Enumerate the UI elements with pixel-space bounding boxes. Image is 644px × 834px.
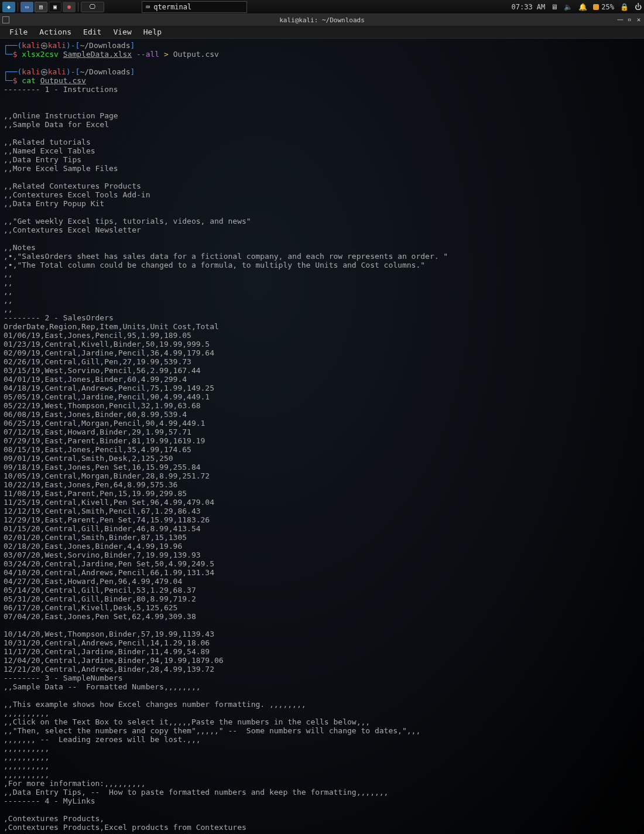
menubar: File Actions Edit View Help (0, 26, 644, 39)
terminal-output-line: 10/14/20,West,Thompson,Binder,57,19.99,1… (4, 630, 214, 638)
terminal-output-line: ,,,,,,,,,, (4, 753, 49, 761)
minimize-button[interactable]: 一 (617, 16, 623, 25)
terminal-small-icon: ⌨ (146, 3, 150, 11)
maximize-button[interactable]: ▫ (626, 16, 632, 25)
terminal-output-line: ,,Contextures Excel Tools Add-in (4, 190, 150, 199)
terminal-output-line: 04/27/20,East,Howard,Pen,96,4.99,479.04 (4, 577, 182, 586)
terminal-output-line: ,,Online Instruction Page (4, 111, 118, 120)
terminal-output-line: 06/17/20,Central,Kivell,Desk,5,125,625 (4, 603, 177, 612)
terminal-output-line: ,, (4, 278, 13, 287)
terminal-output-line: 06/25/19,Central,Morgan,Pencil,90,4.99,4… (4, 419, 205, 428)
terminal-output-line: 02/18/20,East,Jones,Binder,4,4.99,19.96 (4, 542, 182, 551)
terminal-output-line: ,,Sample Data for Excel (4, 120, 109, 129)
terminal-output-line: ,For more information:,,,,,,,,, (4, 779, 146, 788)
terminal-output-line: 10/31/20,Central,Andrews,Pencil,14,1.29,… (4, 638, 210, 647)
terminal-output-line: 02/26/19,Central,Gill,Pen,27,19.99,539.7… (4, 357, 191, 366)
terminal-output-line: 10/05/19,Central,Morgan,Binder,28,8.99,2… (4, 471, 210, 480)
notifications-icon[interactable]: 🔔 (578, 3, 587, 11)
terminal-output-line: ,,,,,,,,,, (4, 744, 49, 753)
terminal-output-line: 12/29/19,East,Parent,Pen Set,74,15.99,11… (4, 515, 210, 524)
terminal-output-line: 03/07/20,West,Sorvino,Binder,7,19.99,139… (4, 551, 201, 559)
volume-icon[interactable]: 🔈 (564, 3, 573, 11)
terminal-output-line: ,,Data Entry Popup Kit (4, 199, 104, 208)
terminal-output-line: 01/23/19,Central,Kivell,Binder,50,19.99,… (4, 340, 210, 348)
terminal-output-line: 09/01/19,Central,Smith,Desk,2,125,250 (4, 454, 173, 463)
terminal-output-line: 04/18/19,Central,Andrews,Pencil,75,1.99,… (4, 384, 214, 392)
clock[interactable]: 07:33 AM (512, 3, 546, 11)
terminal-output-line: ,•,"SalesOrders sheet has sales data for… (4, 252, 448, 261)
terminal-output-line: ,,Data Entry Tips, -- How to paste forma… (4, 788, 388, 797)
terminal-output-line: -------- 3 - SampleNumbers (4, 674, 123, 682)
terminal-output-line: 07/29/19,East,Parent,Binder,81,19.99,161… (4, 436, 205, 445)
terminal-output-line: ,,,,,,, -- Leading zeroes will be lost.,… (4, 735, 201, 744)
terminal-output-line: ,,More Excel Sample Files (4, 164, 118, 173)
menu-help[interactable]: Help (138, 26, 167, 37)
terminal-output-line: ,,,,,,,,,, (4, 709, 49, 717)
terminal-output-line: 01/15/20,Central,Gill,Binder,46,8.99,413… (4, 524, 201, 533)
terminal-output-line: ,Contextures Products,Excel products fro… (4, 823, 246, 832)
terminal-output-line: 05/22/19,West,Thompson,Pencil,32,1.99,63… (4, 401, 201, 410)
battery-indicator[interactable]: 25% (593, 3, 614, 11)
terminal-output-line: 07/04/20,East,Jones,Pen Set,62,4.99,309.… (4, 612, 196, 621)
menu-view[interactable]: View (107, 26, 137, 37)
taskbar-files-icon[interactable]: ▤ (35, 2, 47, 12)
terminal-output-line: ,,"Then, select the numbers and copy the… (4, 726, 420, 735)
taskbar-app-qterminal[interactable]: ⌨ qterminal (142, 1, 247, 13)
terminal-output-line: ,,Related Contextures Products (4, 182, 141, 190)
lock-icon[interactable]: 🔒 (620, 3, 629, 11)
terminal-output-line: 12/12/19,Central,Smith,Pencil,67,1.29,86… (4, 507, 201, 515)
terminal-output-line: ,,Contextures Excel Newsletter (4, 225, 141, 234)
menu-edit[interactable]: Edit (77, 26, 107, 37)
battery-icon (593, 4, 599, 10)
terminal-output-line: ,,Data Entry Tips (4, 155, 81, 164)
close-button[interactable]: ✕ (636, 16, 642, 25)
menu-file[interactable]: File (4, 26, 33, 37)
taskbar-terminal-icon[interactable]: ▭ (20, 2, 33, 12)
terminal-output-line: 03/24/20,Central,Jardine,Pen Set,50,4.99… (4, 559, 214, 568)
terminal-output-line: ,,Sample Data -- Formatted Numbers,,,,,,… (4, 682, 201, 691)
terminal-output-line: 05/05/19,Central,Jardine,Pencil,90,4.99,… (4, 392, 210, 401)
terminal-output-line: ,, (4, 269, 13, 278)
terminal-output-line: OrderDate,Region,Rep,Item,Units,Unit Cos… (4, 322, 219, 331)
terminal-output-line: 04/01/19,East,Jones,Binder,60,4.99,299.4 (4, 375, 187, 384)
terminal-output-line: ,, (4, 287, 13, 296)
taskbar-app-label: qterminal (153, 3, 191, 11)
terminal-output-line: ,, (4, 296, 13, 305)
terminal-output-line: 11/08/19,East,Parent,Pen,15,19.99,299.85 (4, 489, 187, 498)
terminal-output-line: ,,Related tutorials (4, 138, 91, 146)
terminal-output-line: ,, (4, 305, 13, 313)
terminal-output-line: ,,This example shows how Excel changes n… (4, 700, 306, 709)
window-titlebar[interactable]: kali@kali: ~/Downloads 一 ▫ ✕ (0, 14, 644, 26)
window-icon (2, 16, 9, 23)
terminal-output-line: 02/09/19,Central,Jardine,Pencil,36,4.99,… (4, 348, 214, 357)
terminal-output-line: 04/10/20,Central,Andrews,Pencil,66,1.99,… (4, 568, 214, 577)
taskbar-screenshot-icon[interactable]: 🖵 (81, 2, 104, 12)
terminal-output-line: 10/22/19,East,Jones,Pen,64,8.99,575.36 (4, 480, 177, 489)
terminal-output-line: 07/12/19,East,Howard,Binder,29,1.99,57.7… (4, 428, 191, 436)
taskbar-editor-icon[interactable]: ▣ (49, 2, 61, 12)
terminal-output-line: 12/21/20,Central,Andrews,Binder,28,4.99,… (4, 665, 214, 674)
terminal-output-line: ,,"Get weekly Excel tips, tutorials, vid… (4, 217, 251, 225)
terminal-output-line: ,, (4, 832, 13, 834)
terminal-output-line: -------- 4 - MyLinks (4, 797, 95, 805)
display-icon[interactable]: 🖥 (551, 3, 558, 11)
terminal-output-line: -------- 1 - Instructions (4, 85, 118, 94)
separator (78, 2, 78, 12)
start-menu-icon[interactable]: ◆ (2, 2, 15, 12)
terminal-output-line: ,•,"The Total column could be changed to… (4, 261, 425, 269)
terminal-output-line: 03/15/19,West,Sorvino,Pencil,56,2.99,167… (4, 366, 201, 375)
terminal-output-line: ,,,,,,,,,, (4, 761, 49, 770)
terminal-viewport[interactable]: ┌──(kali㉿kali)-[~/Downloads] └─$ xlsx2cs… (0, 39, 644, 834)
terminal-output-line: 09/18/19,East,Jones,Pen Set,16,15.99,255… (4, 463, 201, 471)
battery-percent: 25% (601, 3, 614, 11)
terminal-output-line: ,,Notes (4, 243, 36, 252)
terminal-output-line: ,,,,,,,,,, (4, 770, 49, 779)
terminal-output-line: 01/06/19,East,Jones,Pencil,95,1.99,189.0… (4, 331, 191, 340)
taskbar-record-icon[interactable]: ● (63, 2, 76, 12)
terminal-output-line: 02/01/20,Central,Smith,Binder,87,15,1305 (4, 533, 187, 542)
terminal-output-line: 05/31/20,Central,Gill,Binder,80,8.99,719… (4, 594, 196, 603)
terminal-output-line: 12/04/20,Central,Jardine,Binder,94,19.99… (4, 656, 224, 665)
power-icon[interactable]: ⏻ (635, 3, 642, 11)
terminal-output-line: 11/17/20,Central,Jardine,Binder,11,4.99,… (4, 647, 210, 656)
menu-actions[interactable]: Actions (33, 26, 77, 37)
